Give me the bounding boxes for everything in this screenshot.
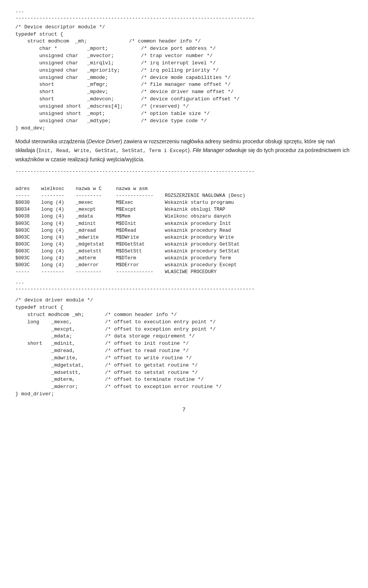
page-content: ... ------------------------------------… xyxy=(15,8,353,413)
table-footer-label: WLASCIWE PROCEDURY xyxy=(165,269,217,275)
table-row: $003C long (4) _mdinit M$DInit wskaznik … xyxy=(15,221,231,226)
table-header: adres wielkosc nazwa w C nazwa w asm xyxy=(15,186,148,192)
table-row: $0038 long (4) _mdata M$Mem Wielkosc obs… xyxy=(15,214,231,219)
table-row: $0030 long (4) _mexec M$Exec Wskaznik st… xyxy=(15,200,234,205)
prose-code-1: Init, Read, Write, GetStat, SetStat, Ter… xyxy=(38,148,188,154)
prose-italic-2: File Manager xyxy=(192,147,224,153)
table-row: $0034 long (4) _mexcpt M$Excpt Wskaznik … xyxy=(15,207,225,212)
page-number: 7 xyxy=(15,406,353,413)
prose-paragraph: Moduł sterownika urządzenia (Device Driv… xyxy=(15,137,353,164)
table-separator: ----- -------- --------- ------------- R… xyxy=(15,193,245,198)
bot-divider: ----------------------------------------… xyxy=(15,286,353,293)
table-row: $003C long (4) _mdsetstt M$DSetStt wskaz… xyxy=(15,249,240,254)
mid-divider: ----------------------------------------… xyxy=(15,168,353,175)
prose-text-1: Moduł sterownika urządzenia (Device Driv… xyxy=(15,138,350,162)
table-comment: ROZSZERZENIE NAGLOWKA (Desc) xyxy=(165,193,245,198)
code-block-2: /* device driver module */ typedef struc… xyxy=(15,297,353,398)
code-block-1: /* Device descriptor module */ typedef s… xyxy=(15,24,353,132)
top-divider: ... ------------------------------------… xyxy=(15,8,353,22)
prose-italic-1: Device Driver xyxy=(88,138,120,144)
table-row: $003C long (4) _mdwrite M$DWrite wskazni… xyxy=(15,235,234,240)
table-row: $003C long (4) _mderror M$DError wskazni… xyxy=(15,262,237,268)
table-footer-sep: ----- -------- --------- ------------- W… xyxy=(15,269,217,275)
table-section: adres wielkosc nazwa w C nazwa w asm ---… xyxy=(15,179,353,276)
table-row: $003C long (4) _mdterm M$DTerm wskaznik … xyxy=(15,256,231,261)
table-row: $003C long (4) _mdread M$DRead wskaznik … xyxy=(15,228,231,233)
table-row: $003C long (4) _mdgetstat M$DGetStat wsk… xyxy=(15,242,240,247)
ellipsis: ... xyxy=(15,279,353,286)
